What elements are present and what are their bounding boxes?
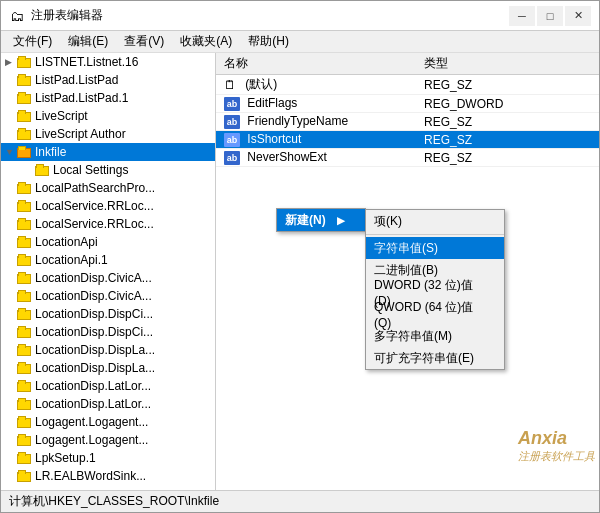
menu-favorites[interactable]: 收藏夹(A) (172, 31, 240, 52)
folder-icon (16, 343, 32, 357)
ab-icon: ab (224, 115, 240, 129)
folder-icon (16, 307, 32, 321)
submenu[interactable]: 项(K) 字符串值(S) 二进制值(B) DWORD (32 位)值(D) (365, 209, 505, 370)
submenu-item-qword[interactable]: QWORD (64 位)值(Q) (366, 303, 504, 325)
reg-type-cell: REG_SZ (416, 131, 599, 149)
maximize-button[interactable]: □ (537, 6, 563, 26)
menu-bar: 文件(F) 编辑(E) 查看(V) 收藏夹(A) 帮助(H) (1, 31, 599, 53)
tree-panel[interactable]: ▶ LISTNET.Listnet.16 ListPad.ListPad Lis… (1, 53, 216, 490)
reg-type-cell: REG_DWORD (416, 95, 599, 113)
table-row-isshortcut[interactable]: ab IsShortcut REG_SZ (216, 131, 599, 149)
folder-icon (16, 253, 32, 267)
tree-item[interactable]: LiveScript Author (1, 125, 215, 143)
tree-item[interactable]: LocationDisp.DispCi... (1, 323, 215, 341)
context-menu[interactable]: 新建(N) ▶ 项(K) 字符串值(S) (276, 208, 366, 232)
folder-icon (16, 271, 32, 285)
tree-item[interactable]: LocalService.RRLoc... (1, 215, 215, 233)
watermark: Anxia 注册表软件工具 (518, 428, 595, 464)
tree-item[interactable]: LpkSetup.1 (1, 449, 215, 467)
tree-item[interactable]: Logagent.Logagent... (1, 431, 215, 449)
expand-arrow (23, 165, 33, 175)
menu-edit[interactable]: 编辑(E) (60, 31, 116, 52)
expand-arrow (5, 201, 15, 211)
table-row[interactable]: ab EditFlags REG_DWORD (216, 95, 599, 113)
reg-type-cell: REG_SZ (416, 113, 599, 131)
table-row[interactable]: ab NeverShowExt REG_SZ (216, 149, 599, 167)
tree-item[interactable]: LocationApi.1 (1, 251, 215, 269)
submenu-item-key[interactable]: 项(K) (366, 210, 504, 232)
tree-item[interactable]: LocationDisp.DispCi... (1, 305, 215, 323)
submenu-item-expandstring[interactable]: 可扩充字符串值(E) (366, 347, 504, 369)
status-path: 计算机\HKEY_CLASSES_ROOT\Inkfile (9, 493, 219, 510)
context-menu-new[interactable]: 新建(N) ▶ (277, 209, 365, 231)
folder-icon (34, 163, 50, 177)
tree-item[interactable]: LocationApi (1, 233, 215, 251)
expand-arrow (5, 471, 15, 481)
close-button[interactable]: ✕ (565, 6, 591, 26)
expand-arrow (5, 111, 15, 121)
submenu-item-dword[interactable]: DWORD (32 位)值(D) (366, 281, 504, 303)
title-bar: 🗂 注册表编辑器 ─ □ ✕ (1, 1, 599, 31)
submenu-item-string[interactable]: 字符串值(S) (366, 237, 504, 259)
table-row[interactable]: 🗒 (默认) REG_SZ (216, 75, 599, 95)
table-row[interactable]: ab FriendlyTypeName REG_SZ (216, 113, 599, 131)
expand-arrow (5, 255, 15, 265)
reg-type-cell: REG_SZ (416, 149, 599, 167)
folder-icon (16, 433, 32, 447)
reg-type-cell: REG_SZ (416, 75, 599, 95)
tree-item[interactable]: LR.EALBWordSink... (1, 467, 215, 485)
menu-view[interactable]: 查看(V) (116, 31, 172, 52)
folder-icon (16, 379, 32, 393)
expand-arrow (5, 183, 15, 193)
ab-icon: ab (224, 97, 240, 111)
tree-item[interactable]: ListPad.ListPad.1 (1, 89, 215, 107)
tree-item[interactable]: LocationDisp.LatLor... (1, 377, 215, 395)
folder-icon (16, 469, 32, 483)
folder-icon (16, 73, 32, 87)
folder-icon (16, 181, 32, 195)
reg-name-cell: ab IsShortcut (216, 131, 416, 149)
content-area: ▶ LISTNET.Listnet.16 ListPad.ListPad Lis… (1, 53, 599, 490)
expand-arrow (5, 273, 15, 283)
folder-icon (16, 91, 32, 105)
expand-arrow (5, 399, 15, 409)
col-name: 名称 (216, 53, 416, 75)
tree-item[interactable]: LocationDisp.CivicA... (1, 287, 215, 305)
menu-file[interactable]: 文件(F) (5, 31, 60, 52)
tree-item[interactable]: Logagent.Logagent... (1, 413, 215, 431)
tree-item-inkfile[interactable]: ▼ Inkfile (1, 143, 215, 161)
folder-icon (16, 289, 32, 303)
submenu-item-multistring[interactable]: 多字符串值(M) (366, 325, 504, 347)
submenu-arrow: ▶ (337, 215, 345, 226)
window-title: 注册表编辑器 (31, 7, 509, 24)
reg-name-cell: ab FriendlyTypeName (216, 113, 416, 131)
submenu-item-binary[interactable]: 二进制值(B) (366, 259, 504, 281)
main-window: 🗂 注册表编辑器 ─ □ ✕ 文件(F) 编辑(E) 查看(V) 收藏夹(A) … (0, 0, 600, 513)
tree-item[interactable]: LocationDisp.LatLor... (1, 395, 215, 413)
folder-icon (16, 55, 32, 69)
tree-item[interactable]: LocalPathSearchPro... (1, 179, 215, 197)
folder-icon (16, 397, 32, 411)
tree-item[interactable]: ▶ LISTNET.Listnet.16 (1, 53, 215, 71)
minimize-button[interactable]: ─ (509, 6, 535, 26)
menu-help[interactable]: 帮助(H) (240, 31, 297, 52)
tree-item[interactable]: LocationDisp.DispLa... (1, 341, 215, 359)
tree-item[interactable]: LocationDisp.CivicA... (1, 269, 215, 287)
expand-arrow (5, 381, 15, 391)
submenu-container: 新建(N) ▶ 项(K) 字符串值(S) (276, 208, 366, 232)
expand-arrow (5, 453, 15, 463)
folder-icon (16, 217, 32, 231)
menu-separator (366, 234, 504, 235)
tree-item[interactable]: LiveScript (1, 107, 215, 125)
tree-item[interactable]: ListPad.ListPad (1, 71, 215, 89)
tree-item[interactable]: LocationDisp.DispLa... (1, 359, 215, 377)
tree-item[interactable]: LocalService.RRLoc... (1, 197, 215, 215)
folder-icon (16, 127, 32, 141)
reg-name-cell: ab NeverShowExt (216, 149, 416, 167)
registry-table: 名称 类型 🗒 (默认) REG_SZ ab (216, 53, 599, 167)
registry-values-panel[interactable]: 名称 类型 🗒 (默认) REG_SZ ab (216, 53, 599, 490)
default-icon: 🗒 (224, 78, 238, 92)
expand-arrow (5, 363, 15, 373)
expand-arrow (5, 435, 15, 445)
tree-item-local-settings[interactable]: Local Settings (1, 161, 215, 179)
